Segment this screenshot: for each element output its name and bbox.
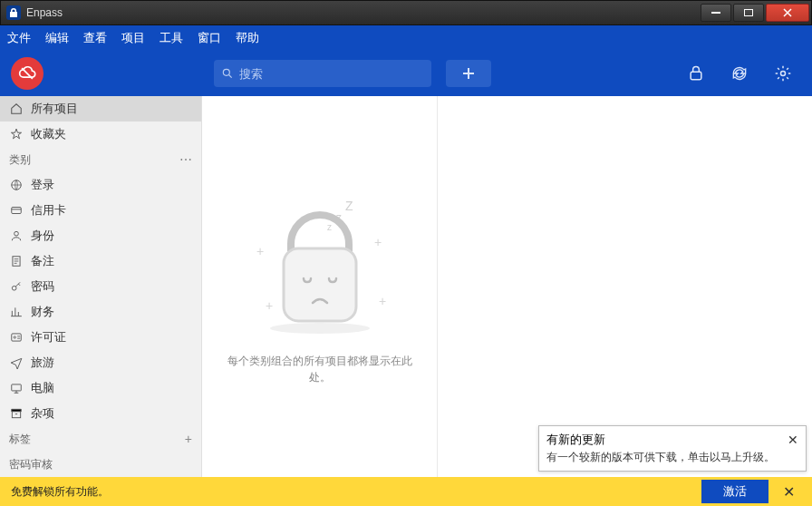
update-close-button[interactable]: ✕: [788, 433, 798, 447]
person-icon: [9, 229, 24, 242]
menu-window[interactable]: 窗口: [198, 30, 221, 46]
license-icon: [9, 331, 24, 344]
sidebar-item-misc[interactable]: 杂项: [0, 401, 201, 426]
menu-tools[interactable]: 工具: [160, 30, 183, 46]
sidebar-section-audit[interactable]: 密码审核: [0, 452, 201, 477]
svg-rect-0: [711, 12, 720, 14]
sidebar-item-finance[interactable]: 财务: [0, 299, 201, 325]
sidebar-item-login[interactable]: 登录: [0, 172, 201, 198]
key-icon: [9, 280, 24, 293]
svg-rect-1: [745, 10, 753, 16]
empty-illustration: Z z z + + + +: [238, 188, 401, 342]
sync-status-icon[interactable]: [11, 57, 44, 90]
card-icon: [9, 204, 24, 217]
sidebar-item-computer[interactable]: 电脑: [0, 375, 201, 401]
add-tag-button[interactable]: +: [185, 432, 192, 446]
menu-file[interactable]: 文件: [7, 30, 31, 46]
plus-icon: [461, 66, 476, 81]
promo-message: 免费解锁所有功能。: [11, 484, 701, 500]
svg-text:z: z: [327, 222, 332, 232]
activate-button[interactable]: 激活: [701, 480, 768, 503]
add-item-button[interactable]: [446, 60, 491, 87]
menu-view[interactable]: 查看: [83, 30, 107, 46]
sidebar-section-categories[interactable]: 类别 ⋯: [0, 147, 201, 172]
svg-point-2: [223, 69, 229, 75]
svg-point-7: [14, 231, 19, 236]
item-list-pane: Z z z + + + + 每个类别组合的所有项目都将显示在此处。: [202, 96, 438, 477]
toolbar: [0, 51, 812, 96]
lock-button[interactable]: [678, 55, 714, 92]
app-icon: [6, 5, 21, 20]
svg-point-11: [14, 336, 15, 338]
sidebar-item-label: 所有项目: [31, 101, 78, 117]
window-titlebar: Enpass: [0, 0, 812, 25]
svg-point-9: [12, 286, 16, 290]
search-icon: [221, 67, 234, 80]
window-title: Enpass: [26, 6, 701, 19]
sidebar-item-favorites[interactable]: 收藏夹: [0, 122, 201, 147]
main-area: Z z z + + + + 每个类别组合的所有项目都将显示在此处。: [202, 96, 812, 477]
menu-help[interactable]: 帮助: [236, 30, 259, 46]
sync-icon: [730, 64, 749, 83]
minimize-button[interactable]: [701, 4, 731, 22]
maximize-button[interactable]: [733, 4, 764, 22]
sidebar: 所有项目 收藏夹 类别 ⋯ 登录 信用卡 身份 备注 密码 财务 许可证 旅游 …: [0, 96, 202, 477]
detail-pane: 有新的更新 ✕ 有一个较新的版本可供下载，单击以马上升级。: [438, 96, 812, 477]
svg-rect-6: [12, 208, 22, 214]
svg-text:+: +: [379, 294, 386, 308]
sidebar-item-all[interactable]: 所有项目: [0, 96, 201, 122]
empty-message: 每个类别组合的所有项目都将显示在此处。: [220, 353, 419, 385]
update-body: 有一个较新的版本可供下载，单击以马上升级。: [546, 450, 798, 465]
gear-icon: [774, 64, 792, 83]
settings-button[interactable]: [765, 55, 801, 92]
search-box[interactable]: [214, 60, 431, 87]
plane-icon: [9, 356, 24, 369]
home-icon: [9, 102, 24, 115]
globe-icon: [9, 179, 24, 191]
close-button[interactable]: [766, 4, 809, 22]
svg-rect-12: [12, 384, 22, 391]
star-icon: [9, 128, 24, 141]
sidebar-item-creditcard[interactable]: 信用卡: [0, 198, 201, 223]
sidebar-item-identity[interactable]: 身份: [0, 223, 201, 248]
sidebar-item-note[interactable]: 备注: [0, 248, 201, 274]
sidebar-item-password[interactable]: 密码: [0, 274, 201, 299]
sidebar-item-travel[interactable]: 旅游: [0, 350, 201, 375]
svg-text:+: +: [374, 235, 382, 249]
menu-item[interactable]: 项目: [121, 30, 145, 46]
promo-close-button[interactable]: ✕: [776, 483, 801, 501]
sidebar-section-tags[interactable]: 标签 +: [0, 426, 201, 452]
computer-icon: [9, 382, 24, 394]
more-icon[interactable]: ⋯: [179, 152, 192, 167]
sidebar-item-label: 收藏夹: [31, 126, 66, 142]
note-icon: [9, 255, 24, 268]
sidebar-item-license[interactable]: 许可证: [0, 325, 201, 350]
menubar: 文件 编辑 查看 项目 工具 窗口 帮助: [0, 25, 812, 51]
promo-bar: 免费解锁所有功能。 激活 ✕: [0, 477, 812, 506]
sync-button[interactable]: [721, 55, 758, 92]
finance-icon: [9, 306, 24, 318]
svg-text:+: +: [256, 244, 264, 258]
lock-icon: [687, 64, 705, 83]
svg-rect-21: [284, 248, 356, 321]
svg-rect-3: [691, 72, 701, 79]
svg-text:+: +: [266, 298, 273, 313]
update-title: 有新的更新: [546, 432, 605, 448]
svg-point-4: [781, 72, 786, 76]
menu-edit[interactable]: 编辑: [45, 30, 69, 46]
archive-icon: [9, 407, 24, 420]
search-input[interactable]: [239, 67, 424, 81]
svg-point-22: [270, 323, 370, 334]
svg-text:Z: Z: [345, 199, 353, 213]
svg-rect-13: [12, 412, 20, 418]
update-toast[interactable]: 有新的更新 ✕ 有一个较新的版本可供下载，单击以马上升级。: [538, 425, 807, 472]
svg-rect-10: [12, 334, 22, 341]
